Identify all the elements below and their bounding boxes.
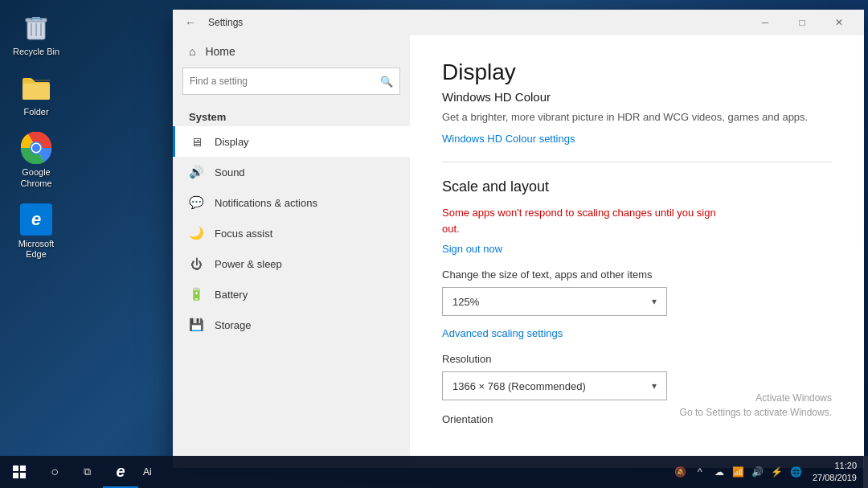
taskbar-search-button[interactable]: ○ [39,456,71,488]
ai-label[interactable]: Ai [138,466,157,478]
battery-tray-icon[interactable]: ⚡ [768,456,787,488]
close-button[interactable]: ✕ [821,10,858,35]
scale-layout-title: Scale and layout [442,178,832,195]
start-button[interactable] [0,456,39,488]
desktop-icons: Recycle Bin Folder [8,8,64,263]
sidebar-item-focus-label: Focus assist [215,228,272,240]
taskbar-edge-app[interactable]: e [103,456,138,488]
task-view-icon: ⧉ [84,465,91,478]
sidebar-item-sound-label: Sound [215,166,245,178]
minimize-button[interactable]: ─ [747,10,784,35]
win-logo-tl [13,465,18,471]
page-title: Display [442,59,832,85]
edge-label: Microsoft Edge [11,239,61,260]
hd-colour-description: Get a brighter, more vibrant picture in … [442,110,832,125]
sidebar-item-notifications[interactable]: 💬 Notifications & actions [173,187,410,218]
activate-line2: Go to Settings to activate Windows. [680,405,832,420]
scale-value: 125% [452,296,479,308]
chevron-icon[interactable]: ^ [690,456,710,488]
scale-dropdown[interactable]: 125% ▾ [442,287,667,316]
battery-icon: 🔋 [189,287,203,301]
win-logo-br [20,473,26,478]
recycle-bin-label: Recycle Bin [13,47,59,57]
system-section-label: System [173,105,410,126]
scale-dropdown-arrow: ▾ [652,296,657,307]
resolution-label: Resolution [442,353,832,365]
sidebar-home[interactable]: ⌂ Home [173,35,410,68]
sidebar-item-display[interactable]: 🖥 Display [173,126,410,157]
sound-icon: 🔊 [189,165,203,179]
win-logo-bl [13,473,18,478]
folder-label: Folder [23,107,48,117]
main-content: Display Windows HD Colour Get a brighter… [410,35,864,468]
cloud-icon[interactable]: ☁ [710,456,729,488]
clock-date: 27/08/2019 [813,472,857,484]
hd-colour-section-title: Windows HD Colour [442,90,832,104]
svg-point-10 [32,144,40,152]
sidebar-item-battery-label: Battery [215,289,248,301]
sidebar: ⌂ Home 🔍 System 🖥 Display 🔊 Sound � [173,35,410,468]
notifications-icon: 💬 [189,195,203,210]
advanced-scaling-link[interactable]: Advanced scaling settings [442,327,563,339]
sidebar-item-focus[interactable]: 🌙 Focus assist [173,218,410,248]
sidebar-search-box[interactable]: 🔍 [182,68,400,95]
win-logo-tr [20,465,26,471]
system-clock[interactable]: 11:20 27/08/2019 [806,460,863,485]
show-desktop-button[interactable] [863,456,868,488]
speaker-icon[interactable]: 🔊 [748,456,768,488]
taskbar-edge-icon: e [116,462,125,481]
change-size-label: Change the size of text, apps and other … [442,269,832,281]
warning-text: Some apps won't respond to scaling chang… [442,205,832,236]
language-icon[interactable]: 🌐 [787,456,806,488]
maximize-button[interactable]: □ [784,10,821,35]
sidebar-item-storage[interactable]: 💾 Storage [173,310,410,340]
chrome-icon-item[interactable]: Google Chrome [8,129,64,191]
window-controls: ─ □ ✕ [747,10,858,35]
sidebar-item-power-label: Power & sleep [215,258,282,270]
activate-windows-watermark: Activate Windows Go to Settings to activ… [680,391,832,420]
title-bar: ← Settings ─ □ ✕ [173,10,864,35]
sidebar-item-sound[interactable]: 🔊 Sound [173,157,410,187]
taskbar-search-icon: ○ [51,465,59,479]
chrome-label: Google Chrome [11,167,61,188]
window-title: Settings [208,17,747,28]
wifi-icon[interactable]: 📶 [729,456,748,488]
folder-icon-item[interactable]: Folder [8,68,64,121]
recycle-bin-icon[interactable]: Recycle Bin [8,8,64,60]
resolution-dropdown[interactable]: 1366 × 768 (Recommended) ▾ [442,371,667,400]
settings-window: ← Settings ─ □ ✕ ⌂ Home 🔍 System [173,10,864,468]
sidebar-item-power[interactable]: ⏻ Power & sleep [173,248,410,279]
hd-colour-link[interactable]: Windows HD Colour settings [442,133,575,145]
window-body: ⌂ Home 🔍 System 🖥 Display 🔊 Sound � [173,35,864,468]
power-icon: ⏻ [189,256,203,271]
task-view-button[interactable]: ⧉ [71,456,103,488]
sidebar-item-storage-label: Storage [215,319,252,331]
home-icon: ⌂ [189,45,195,58]
home-label: Home [205,45,235,58]
display-icon: 🖥 [189,134,203,149]
back-button[interactable]: ← [179,11,202,34]
sidebar-item-battery[interactable]: 🔋 Battery [173,279,410,310]
svg-rect-6 [23,84,50,100]
focus-icon: 🌙 [189,226,203,240]
search-icon: 🔍 [374,76,399,88]
taskbar: ○ ⧉ e Ai 🔕 ^ ☁ 📶 🔊 ⚡ 🌐 11:20 27/08/2019 [0,456,868,488]
storage-icon: 💾 [189,318,203,332]
clock-time: 11:20 [813,460,857,472]
resolution-value: 1366 × 768 (Recommended) [452,380,586,392]
desktop: Recycle Bin Folder [0,0,868,488]
edge-icon-item[interactable]: e Microsoft Edge [8,200,64,263]
search-input[interactable] [183,76,374,87]
resolution-dropdown-arrow: ▾ [652,380,657,392]
divider-1 [442,162,832,162]
edge-icon-graphic: e [20,203,52,236]
activate-line1: Activate Windows [680,391,832,405]
system-tray: 🔕 ^ ☁ 📶 🔊 ⚡ 🌐 [671,456,806,488]
sidebar-item-notifications-label: Notifications & actions [215,197,317,209]
network-icon[interactable]: 🔕 [671,456,690,488]
sidebar-item-display-label: Display [215,136,249,148]
sign-out-link[interactable]: Sign out now [442,243,502,255]
windows-logo [13,465,26,478]
